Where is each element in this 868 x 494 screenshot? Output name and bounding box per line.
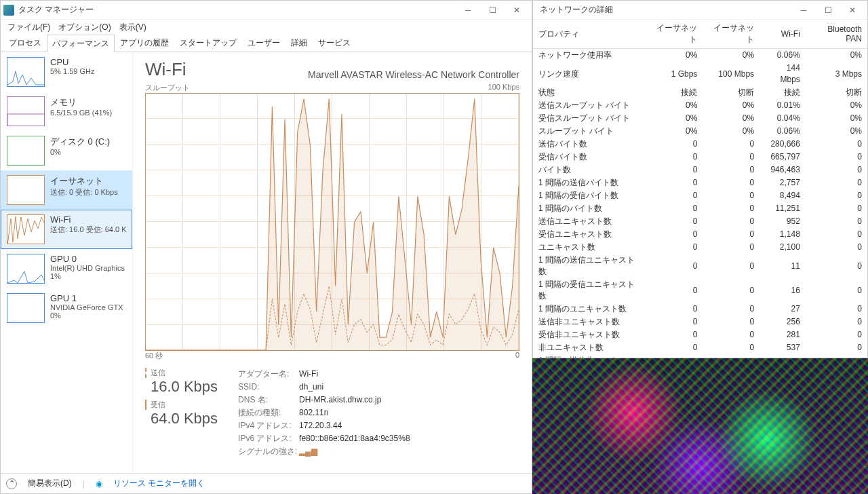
- table-row[interactable]: バイト数00946,4630: [533, 164, 867, 176]
- col-header[interactable]: イーサネット: [703, 20, 760, 49]
- recv-label: 受信: [145, 400, 218, 410]
- sidebar-item-gpu1[interactable]: GPU 1 NVIDIA GeForce GTX 10 0%: [1, 288, 132, 328]
- table-row[interactable]: 状態接続切断接続切断: [533, 86, 867, 99]
- throughput-chart[interactable]: [145, 93, 519, 351]
- close-button[interactable]: ✕: [505, 2, 529, 18]
- sidebar-item-wifi[interactable]: Wi-Fi 送信: 16.0 受信: 64.0 Kbps: [1, 210, 132, 249]
- prop-val: 172.20.3.44: [299, 419, 342, 432]
- col-header[interactable]: イーサネット: [646, 20, 703, 49]
- col-header[interactable]: Wi-Fi: [760, 20, 806, 49]
- window-title: ネットワークの詳細: [536, 4, 791, 16]
- minimize-button[interactable]: ─: [456, 2, 480, 18]
- thumb-icon: [7, 136, 45, 166]
- thumb-icon: [7, 57, 45, 87]
- thumb-icon: [7, 96, 45, 126]
- sidebar-item-sub: 5% 1.59 GHz: [50, 67, 126, 75]
- minimize-button[interactable]: ─: [791, 2, 816, 18]
- table-row[interactable]: 1 間隔の送信バイト数002,7570: [533, 176, 867, 189]
- table-row[interactable]: 送信非ユニキャスト数002560: [533, 316, 867, 328]
- sidebar-item-title: GPU 0: [50, 254, 126, 264]
- network-details-window: ネットワークの詳細 ─ ☐ ✕ プロパティイーサネットイーサネットWi-FiBl…: [532, 0, 868, 358]
- table-row[interactable]: 受信非ユニキャスト数002810: [533, 328, 867, 341]
- table-row[interactable]: リンク速度1 Gbps100 Mbps144 Mbps3 Mbps: [533, 62, 867, 86]
- thumb-icon: [7, 293, 45, 323]
- sidebar-item-0c[interactable]: ディスク 0 (C:) 0%: [1, 131, 132, 170]
- prop-key: アダプター名:: [238, 368, 299, 381]
- table-row[interactable]: 1 間隔のユニキャスト数00270: [533, 303, 867, 316]
- sidebar-item-sub: 0%: [50, 148, 126, 156]
- tab-5[interactable]: 詳細: [285, 34, 313, 52]
- open-resource-monitor-link[interactable]: リソース モニターを開く: [113, 478, 205, 489]
- menu-view[interactable]: 表示(V): [117, 20, 149, 35]
- adapter-props: アダプター名:Wi-FiSSID:dh_uniDNS 名:DH-MR.akist…: [238, 368, 410, 458]
- prop-key: IPv4 アドレス:: [238, 419, 299, 432]
- tab-3[interactable]: スタートアップ: [174, 34, 242, 52]
- send-label: 送信: [145, 368, 218, 378]
- tab-6[interactable]: サービス: [313, 34, 356, 52]
- maximize-button[interactable]: ☐: [816, 2, 840, 18]
- app-icon: [3, 5, 14, 16]
- prop-key: SSID:: [238, 381, 299, 394]
- prop-key: 接続の種類:: [238, 406, 299, 419]
- prop-val: Wi-Fi: [299, 368, 318, 381]
- table-row[interactable]: スループット バイト0%0%0.06%0%: [533, 125, 867, 138]
- table-row[interactable]: 1 間隔の受信バイト数008,4940: [533, 189, 867, 202]
- detail-title: Wi-Fi: [145, 59, 186, 80]
- sidebar-item-[interactable]: イーサネット 送信: 0 受信: 0 Kbps: [1, 170, 132, 210]
- tab-0[interactable]: プロセス: [3, 34, 47, 52]
- table-row[interactable]: ユニキャスト数002,1000: [533, 241, 867, 254]
- col-header[interactable]: Bluetooth PAN: [806, 20, 867, 49]
- send-value: 16.0 Kbps: [145, 378, 218, 396]
- sidebar-item-title: GPU 1: [50, 293, 126, 303]
- sidebar-item-cpu[interactable]: CPU 5% 1.59 GHz: [1, 52, 132, 92]
- sidebar-item-[interactable]: メモリ 6.5/15.9 GB (41%): [1, 92, 132, 131]
- table-row[interactable]: ネットワーク使用率0%0%0.06%0%: [533, 49, 867, 62]
- table-row[interactable]: 1 間隔の送信ユニキャスト数00110: [533, 254, 867, 278]
- prop-val: fe80::b86e:62d1:8aa4:9c35%8: [299, 432, 410, 445]
- sidebar-item-gpu0[interactable]: GPU 0 Intel(R) UHD Graphics 6 1%: [1, 249, 132, 288]
- sidebar-item-title: ディスク 0 (C:): [50, 136, 126, 148]
- titlebar[interactable]: タスク マネージャー ─ ☐ ✕: [1, 1, 532, 20]
- table-row[interactable]: 送信スループット バイト0%0%0.01%0%: [533, 99, 867, 112]
- sidebar-item-sub: 送信: 0 受信: 0 Kbps: [50, 187, 126, 197]
- prop-val: ▂▄▆: [299, 445, 317, 458]
- chevron-up-icon[interactable]: ⌃: [6, 478, 17, 489]
- prop-val: DH-MR.akist.dhw.co.jp: [299, 394, 381, 406]
- table-row[interactable]: 1 間隔のバイト数0011,2510: [533, 202, 867, 215]
- tab-4[interactable]: ユーザー: [242, 34, 285, 52]
- menu-file[interactable]: ファイル(F): [5, 20, 53, 35]
- table-row[interactable]: 送信バイト数00280,6660: [533, 138, 867, 151]
- prop-key: シグナルの強さ:: [238, 445, 299, 458]
- fewer-details-button[interactable]: 簡易表示(D): [28, 478, 72, 489]
- table-row[interactable]: 1 間隔の送信非ユニキャスト数0000: [533, 354, 867, 358]
- table-row[interactable]: 受信ユニキャスト数001,1480: [533, 228, 867, 241]
- sidebar-item-title: メモリ: [50, 96, 126, 109]
- close-button[interactable]: ✕: [840, 2, 865, 18]
- chart-label-zero: 0: [515, 351, 519, 361]
- prop-val: dh_uni: [299, 381, 323, 394]
- menu-options[interactable]: オプション(O): [56, 20, 113, 35]
- table-row[interactable]: 受信スループット バイト0%0%0.04%0%: [533, 112, 867, 125]
- col-header[interactable]: プロパティ: [533, 20, 646, 49]
- sidebar-item-sub: Intel(R) UHD Graphics 6: [50, 264, 126, 272]
- table-row[interactable]: 送信ユニキャスト数009520: [533, 215, 867, 228]
- tab-2[interactable]: アプリの履歴: [115, 34, 174, 52]
- sidebar-item-sub: 6.5/15.9 GB (41%): [50, 109, 126, 117]
- chart-label-max: 100 Kbps: [488, 83, 519, 93]
- resource-monitor-icon: ◉: [96, 479, 102, 489]
- table-row[interactable]: 受信バイト数00665,7970: [533, 151, 867, 164]
- prop-key: DNS 名:: [238, 394, 299, 406]
- table-row[interactable]: 1 間隔の受信ユニキャスト数00160: [533, 278, 867, 303]
- titlebar[interactable]: ネットワークの詳細 ─ ☐ ✕: [533, 1, 867, 20]
- sidebar-item-sub: 送信: 16.0 受信: 64.0 Kbps: [50, 225, 126, 235]
- window-title: タスク マネージャー: [18, 4, 456, 16]
- tab-1[interactable]: パフォーマンス: [47, 35, 115, 52]
- maximize-button[interactable]: ☐: [480, 2, 505, 18]
- chart-label-throughput: スループット: [145, 83, 190, 93]
- adapter-name: Marvell AVASTAR Wireless-AC Network Cont…: [308, 69, 519, 80]
- menubar: ファイル(F) オプション(O) 表示(V): [1, 20, 532, 35]
- tabbar: プロセスパフォーマンスアプリの履歴スタートアップユーザー詳細サービス: [1, 35, 532, 52]
- network-table[interactable]: プロパティイーサネットイーサネットWi-FiBluetooth PANネットワー…: [533, 20, 867, 358]
- table-row[interactable]: 非ユニキャスト数005370: [533, 341, 867, 354]
- chart-label-duration: 60 秒: [145, 351, 163, 361]
